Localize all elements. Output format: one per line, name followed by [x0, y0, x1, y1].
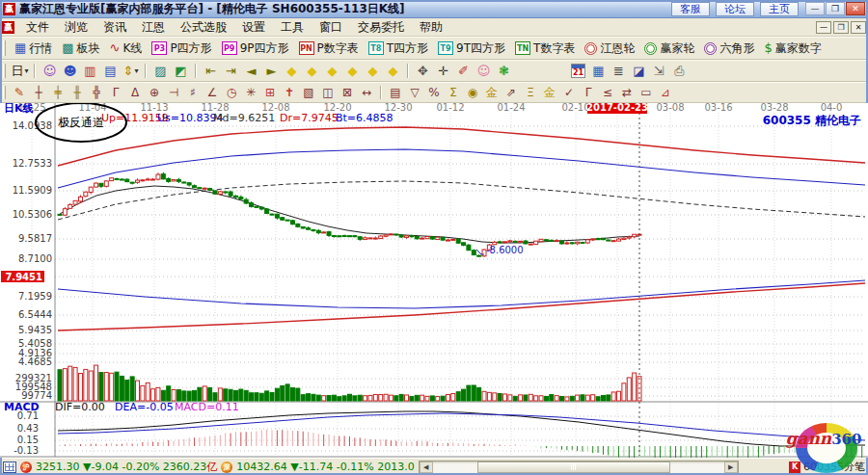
scroll-right-button[interactable]: ▶: [724, 462, 738, 473]
expand-right-button[interactable]: ◆: [302, 62, 322, 80]
golden-section-tool[interactable]: 金: [482, 84, 502, 101]
p9-square-button[interactable]: P99P四方形: [217, 39, 294, 59]
maximize-button[interactable]: ❐: [826, 2, 845, 15]
shade-tool[interactable]: ▧: [299, 84, 318, 101]
pencil-tool[interactable]: ✎: [10, 84, 29, 101]
time-grid-tool[interactable]: ╫: [68, 84, 87, 101]
menu-item-浏览[interactable]: 浏览: [57, 18, 95, 37]
percent-tool[interactable]: %: [424, 84, 444, 101]
menu-item-公式选股[interactable]: 公式选股: [173, 18, 234, 37]
lte-tool[interactable]: ≤: [598, 84, 617, 101]
crosshair-button[interactable]: ✛: [433, 62, 453, 80]
target-tool[interactable]: ◉: [463, 84, 482, 101]
quote-table-icon[interactable]: [3, 462, 16, 473]
last-page-button[interactable]: ⇥: [221, 62, 241, 80]
gann-box-tool[interactable]: ╬: [87, 84, 106, 101]
star-tool[interactable]: ✳: [241, 84, 260, 101]
angle-tool[interactable]: ∠: [203, 84, 222, 101]
winner-digit-button[interactable]: $赢家数字: [759, 39, 826, 59]
check-tool[interactable]: ✓: [559, 84, 579, 101]
sigma-tool[interactable]: Σ: [444, 84, 463, 101]
cross-marker-tool[interactable]: ✝: [280, 84, 299, 101]
report-button[interactable]: ▦: [588, 62, 609, 80]
pan-tool-button[interactable]: ✥: [413, 62, 433, 80]
pointer-button[interactable]: ✐: [453, 62, 474, 80]
fan-down-tool[interactable]: ▽: [405, 84, 424, 101]
kline-button[interactable]: ∿K线: [105, 39, 148, 59]
grid-small-tool[interactable]: ♯: [183, 84, 203, 101]
scroll-left-button[interactable]: ◀: [420, 462, 433, 473]
square-grid-tool[interactable]: ⊞: [260, 84, 280, 101]
tick-view-label[interactable]: 600355分笔: [803, 460, 865, 474]
burst-icon[interactable]: ❃: [494, 62, 514, 80]
zoom-x-in-button[interactable]: ◆: [322, 62, 342, 80]
menu-item-工具[interactable]: 工具: [273, 18, 312, 37]
print-button[interactable]: ⎙: [669, 62, 690, 80]
trend-up-tool[interactable]: ⇗: [502, 84, 521, 101]
bars-red-icon[interactable]: ▥: [80, 62, 100, 80]
save-as-button[interactable]: ⇲: [649, 62, 669, 80]
home-button[interactable]: 主页: [760, 2, 799, 16]
menu-item-文件[interactable]: 文件: [18, 18, 57, 37]
shanghai-index-icon[interactable]: 沪: [20, 462, 32, 473]
table-tool[interactable]: ▤: [386, 84, 405, 101]
hexagon-button[interactable]: 六角形: [699, 39, 759, 59]
gamma2-tool[interactable]: Γ: [579, 84, 598, 101]
menu-item-窗口[interactable]: 窗口: [312, 18, 350, 37]
shenzhen-index-icon[interactable]: 深: [221, 462, 232, 473]
gamma-line-tool[interactable]: Γ: [106, 84, 125, 101]
candle-zoom-icon[interactable]: ⇕▾: [121, 62, 141, 80]
forum-button[interactable]: 论坛: [716, 2, 754, 16]
expand-left-button[interactable]: ◆: [282, 62, 302, 80]
first-page-button[interactable]: ⇤: [201, 62, 221, 80]
minimize-button[interactable]: —: [805, 2, 825, 15]
pattern-icon[interactable]: ▨: [150, 62, 171, 80]
arc-tool[interactable]: ◷: [222, 84, 241, 101]
anchor-line-tool[interactable]: ⊣: [164, 84, 183, 101]
winner-wheel-button[interactable]: 赢家轮: [639, 39, 699, 59]
wedge-tool[interactable]: ⊿: [656, 84, 675, 101]
chart-canvas[interactable]: 10-2511-0411-1311-2812-0812-2012-3001-12…: [0, 103, 868, 458]
t-square-button[interactable]: T8T四方形: [364, 39, 433, 59]
mdi-minimize-button[interactable]: —: [816, 21, 831, 34]
rect-tool[interactable]: ▭: [637, 84, 656, 101]
smiley-purple-icon[interactable]: ☺: [40, 62, 60, 80]
menu-item-资讯[interactable]: 资讯: [95, 18, 134, 37]
list-button[interactable]: ≣: [609, 62, 629, 80]
smiley-pink-icon[interactable]: ☺: [474, 62, 494, 80]
triangle-tool[interactable]: Δ: [125, 84, 145, 101]
levels-tool[interactable]: Ξ: [521, 84, 540, 101]
cross-line-tool[interactable]: ┼: [29, 84, 48, 101]
half-box-tool[interactable]: ◫: [318, 84, 338, 101]
tick-view-icon[interactable]: K: [789, 462, 800, 473]
menu-item-帮助[interactable]: 帮助: [412, 18, 450, 37]
save-button[interactable]: ◪: [629, 62, 649, 80]
p-digit-table-button[interactable]: PNP数字表: [294, 39, 364, 59]
calendar-button[interactable]: 21: [568, 62, 588, 80]
menu-item-江恩[interactable]: 江恩: [134, 18, 173, 37]
wheel-overlay-tool[interactable]: ⊕: [145, 84, 164, 101]
next-bar-button[interactable]: ►: [261, 62, 282, 80]
prev-bar-button[interactable]: ◄: [241, 62, 261, 80]
menu-item-设置[interactable]: 设置: [234, 18, 273, 37]
horizontal-scrollbar[interactable]: ◀ ▶: [419, 461, 739, 474]
mdi-restore-button[interactable]: ❐: [833, 21, 849, 34]
box-x-tool[interactable]: ⊠: [338, 84, 357, 101]
service-button[interactable]: 客服: [671, 2, 710, 16]
golden-box-tool[interactable]: 金: [540, 84, 559, 101]
menu-item-交易委托[interactable]: 交易委托: [350, 18, 412, 37]
smiley-blue-icon[interactable]: ☻: [60, 62, 80, 80]
scrollbar-thumb[interactable]: [477, 462, 670, 473]
zoom-y-in-button[interactable]: ◆: [363, 62, 383, 80]
flag-icon[interactable]: ◩: [171, 62, 191, 80]
gann-wheel-button[interactable]: 江恩轮: [580, 39, 639, 59]
close-button[interactable]: ✕: [846, 2, 865, 15]
p-square-button[interactable]: P3P四方形: [147, 39, 216, 59]
zoom-x-out-button[interactable]: ◆: [342, 62, 363, 80]
swap-tool[interactable]: ⇄: [617, 84, 637, 101]
sectors-button[interactable]: ▩板块: [57, 39, 104, 59]
period-selector[interactable]: 日▾: [10, 62, 30, 80]
bars-blue-icon[interactable]: ▤: [100, 62, 121, 80]
zoom-y-out-button[interactable]: ◆: [383, 62, 403, 80]
t9-square-button[interactable]: T99T四方形: [433, 39, 510, 59]
